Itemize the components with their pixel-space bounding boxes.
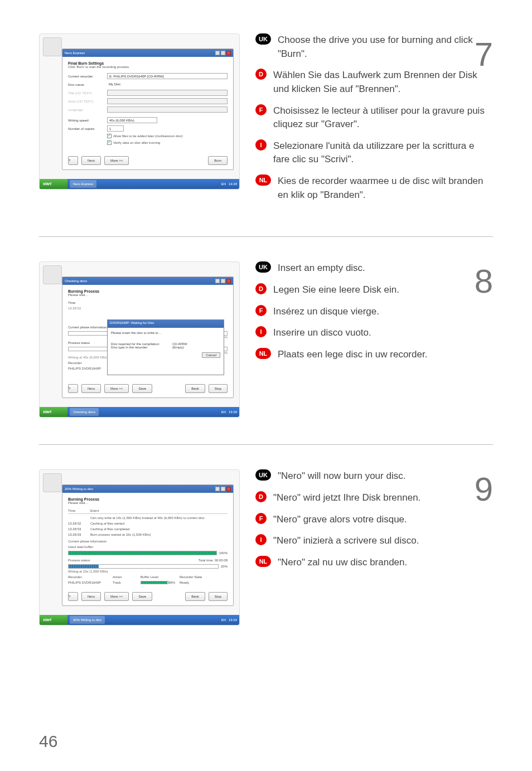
language-label: Language: [68,108,107,111]
stop-button[interactable]: Stop [209,384,228,393]
titlecd-input [107,90,228,96]
more-button[interactable]: More >> [104,384,129,393]
cancel-button[interactable]: Cancel [202,352,220,358]
system-tray: EN 13:28 [221,179,237,189]
instr-nl: Plaats een lege disc in uw recorder. [278,348,427,362]
language-select [107,106,228,113]
step-number: 7 [475,30,493,79]
maximize-icon[interactable] [221,51,225,55]
taskbar-tab[interactable]: 20% Writing to disc [70,616,105,624]
window-title: 20% Writing to disc [65,487,93,491]
recstate-val: Ready [180,581,189,584]
help-button[interactable]: ? [68,156,78,165]
copies-label: Number of copies: [68,127,107,130]
waiting-dialog: DVDR1640P: Waiting for Disc Please inser… [107,319,224,375]
step-9-text: 9 UK"Nero" will now burn your disc. D"Ne… [255,469,493,625]
artistcd-label: Artist (CD TEXT): [68,100,107,103]
instr-uk: "Nero" will now burn your disc. [278,469,405,483]
system-tray: EN 13:29 [221,615,237,625]
instr-i: "Nero" inizierà a scrivere sul disco. [273,534,419,548]
back-button[interactable]: Back [185,592,205,601]
multisession-checkbox[interactable] [107,134,112,138]
minimize-icon[interactable] [215,487,220,491]
titlebar: Checking discs [62,277,233,285]
tray-time: 13:28 [229,410,237,414]
recorder-val: PHILIPS DVDR1640P [68,581,113,584]
time-header: Time [68,509,90,512]
burn-button[interactable]: Burn [208,156,228,165]
titlebar: Nero Express [62,49,233,57]
speed-label: Writing speed: [68,119,107,122]
stop-button[interactable]: Stop [209,592,228,601]
nero-sidebar [43,37,62,56]
screenshot-9: 20% Writing to disc Burning Process Plea… [39,469,240,625]
close-icon[interactable] [226,487,231,491]
writing-label: Writing at 10x (1,500 KB/s) [68,570,228,573]
tray-lang: EN [221,618,226,622]
system-tray: EN 13:28 [221,407,237,417]
instr-d: Legen Sie eine leere Disk ein. [273,283,399,297]
process-progress [68,564,219,569]
discname-input[interactable]: My Disc [107,81,228,88]
recorder-col: Recorder [68,361,113,365]
nero-button[interactable]: Nero [81,592,101,601]
tray-lang: EN [221,182,226,186]
save-button[interactable]: Save [132,384,152,393]
step-7-text: 7 UKChoose the drive you use for burning… [255,33,493,210]
nero-window: 20% Writing to disc Burning Process Plea… [62,484,234,606]
maximize-icon[interactable] [221,487,225,491]
save-button[interactable]: Save [132,592,152,601]
close-icon[interactable] [226,279,231,283]
taskbar-tab[interactable]: Nero Express [70,180,96,188]
lang-badge-f: F [255,104,267,115]
maximize-icon[interactable] [221,279,225,283]
minimize-icon[interactable] [215,279,220,283]
verify-checkbox[interactable] [107,140,112,145]
lang-badge-d: D [255,491,267,502]
copies-spinner[interactable]: 1 [107,125,124,132]
type-label: Disc type in the recorder: [111,346,172,349]
back-button[interactable]: Back [185,384,205,393]
lang-badge-i: I [255,326,267,337]
lang-badge-uk: UK [255,469,271,481]
nero-button[interactable]: Nero [81,156,101,165]
totaltime-label: Total time: [199,559,214,562]
recorder-val: PHILIPS DVDR1640P [68,367,113,370]
instr-f: Choisissez le lecteur à utiliser pour la… [273,104,493,132]
speed-select[interactable]: 40x (6,000 KB/s) [107,117,157,123]
t4: 13:28:53 [68,533,90,536]
tray-time: 13:29 [229,618,237,622]
dialog-subtext: Please wait… [68,501,228,505]
start-button[interactable]: start [40,179,67,189]
close-icon[interactable] [226,51,231,55]
step-8-section: Checking discs Burning Process Please wa… [39,236,493,418]
step-7-section: Nero Express Final Burn Settings Click '… [39,33,493,210]
lang-badge-uk: UK [255,33,271,45]
lang-badge-i: I [255,534,267,545]
time-label: Time [68,301,107,304]
processstatus-label: Process status: [68,559,199,562]
nero-button[interactable]: Nero [81,384,101,393]
instr-f: "Nero" grave alors votre disque. [273,513,407,527]
lang-badge-i: I [255,139,267,151]
action-col: Action [113,575,141,579]
e4: Burn process started at 10x (1,500 KB/s) [90,533,151,536]
multisession-label: Allow files to be added later (multisess… [113,134,182,138]
help-button[interactable]: ? [68,384,78,393]
start-button[interactable]: start [40,407,67,417]
start-button[interactable]: start [40,615,67,625]
taskbar-tab[interactable]: Checking discs [70,408,99,416]
more-button[interactable]: More >> [104,156,129,165]
lang-badge-uk: UK [255,261,271,273]
more-button[interactable]: More >> [104,592,129,601]
titlebar: 20% Writing to disc [62,485,233,493]
currentphase-label: Current phase information [68,540,228,543]
verify-label: Verify data on disc after burning [113,141,160,144]
nero-sidebar [43,265,62,284]
help-button[interactable]: ? [68,592,78,601]
buffer-col: Buffer Level [141,575,180,579]
recorder-select[interactable]: E: PHILIPS DVDR1640P [CD-R/RW] [107,73,228,79]
dialog-subtext: Click 'Burn' to start the recording proc… [68,65,228,69]
minimize-icon[interactable] [215,51,220,55]
nero-window: Checking discs Burning Process Please wa… [62,277,234,398]
